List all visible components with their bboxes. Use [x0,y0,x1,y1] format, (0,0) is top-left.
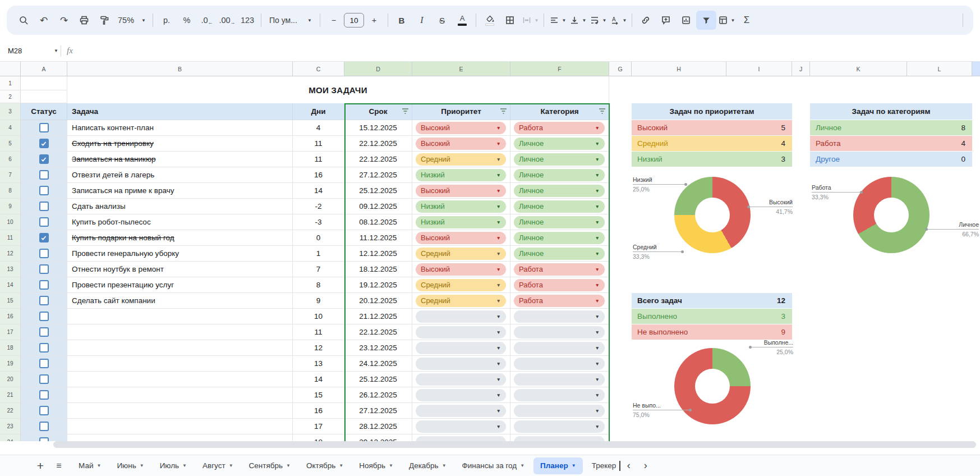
cell-task[interactable]: Провести презентацию услуг [67,277,293,293]
priority-dropdown[interactable]: ▼ [416,389,506,401]
cell-due[interactable]: 20.12.2025 [344,293,412,309]
text-rotation-button[interactable]: A ▼ [608,11,628,30]
cell-days[interactable]: 11 [293,324,344,340]
header-due[interactable]: Срок [344,103,412,120]
cell-due[interactable]: 23.12.2025 [344,340,412,356]
priority-dropdown[interactable]: Низкий▼ [416,200,506,213]
cell-category[interactable]: ▼ [510,403,609,419]
cell-category[interactable]: ▼ [510,356,609,372]
cell-due[interactable]: 18.12.2025 [344,262,412,277]
row-header-6[interactable]: 6 [0,152,21,167]
header-priority[interactable]: Приоритет [412,103,510,120]
row-header-19[interactable]: 19 [0,356,21,372]
row-header-8[interactable]: 8 [0,183,21,199]
cell-due[interactable]: 08.12.2025 [344,214,412,230]
sheet-tab-Август[interactable]: Август▼ [196,457,240,474]
cell-task[interactable] [67,387,293,403]
filter-icon[interactable] [402,108,409,115]
category-dropdown[interactable]: ▼ [514,420,605,433]
cell-status[interactable] [21,120,67,136]
cell-status[interactable] [21,152,67,167]
header-task[interactable]: Задача [67,103,293,120]
category-dropdown[interactable]: ▼ [514,373,605,386]
tabs-scroll-right[interactable]: › [637,460,654,472]
status-checkbox[interactable] [39,264,49,274]
row-header-16[interactable]: 16 [0,309,21,324]
cell-task[interactable]: Сдать анализы [67,199,293,214]
sheet-tab-Декабрь[interactable]: Декабрь▼ [402,457,453,474]
summary-priorities-title[interactable]: Задач по приоритетам [632,103,792,120]
priority-dropdown[interactable]: Средний▼ [416,153,506,166]
cell-status[interactable] [21,403,67,419]
column-header-D[interactable]: D [344,62,412,76]
row-header-24[interactable]: 24 [0,434,21,441]
category-dropdown[interactable]: Личное▼ [514,185,605,197]
category-dropdown[interactable]: Личное▼ [514,216,605,228]
cell-priority[interactable]: Низкий▼ [412,199,510,214]
priority-dropdown[interactable]: Средний▼ [416,295,506,307]
status-checkbox[interactable] [39,327,49,337]
cell-task[interactable]: Отвезти детей в лагерь [67,167,293,183]
summary-row[interactable]: Низкий3 [632,152,792,167]
cell-priority[interactable]: Средний▼ [412,277,510,293]
cell-days[interactable]: 13 [293,356,344,372]
summary-row[interactable]: Личное8 [810,120,972,136]
cell-category[interactable]: ▼ [510,434,609,441]
font-select[interactable]: По ум...▼ [265,11,316,30]
cell-due[interactable]: 26.12.2025 [344,387,412,403]
strikethrough-button[interactable]: S [432,11,452,30]
column-header-M[interactable] [972,62,980,76]
cell-priority[interactable]: ▼ [412,403,510,419]
cell-days[interactable]: -2 [293,199,344,214]
cell-status[interactable] [21,309,67,324]
category-donut-chart[interactable] [853,177,930,253]
row-header-15[interactable]: 15 [0,293,21,309]
cell-category[interactable]: ▼ [510,419,609,434]
column-header-J[interactable]: J [792,62,810,76]
priority-dropdown[interactable]: ▼ [416,373,506,386]
status-checkbox[interactable] [39,249,49,258]
column-header-L[interactable]: L [907,62,972,76]
cell-task[interactable]: Записаться на приме к врачу [67,183,293,199]
insert-chart-button[interactable] [676,11,696,30]
cell-status[interactable] [21,230,67,246]
cell-priority[interactable]: Высокий▼ [412,136,510,152]
increase-decimal-button[interactable]: .00→ [217,11,237,30]
cell-days[interactable]: 16 [293,167,344,183]
category-dropdown[interactable]: ▼ [514,405,605,417]
cell-category[interactable]: Личное▼ [510,246,609,262]
category-dropdown[interactable]: Личное▼ [514,153,605,166]
cell-task[interactable]: Купить подарки на новый год [67,230,293,246]
row-header-20[interactable]: 20 [0,372,21,387]
priority-dropdown[interactable]: ▼ [416,405,506,417]
cell-due[interactable]: 21.12.2025 [344,309,412,324]
cell-priority[interactable]: ▼ [412,309,510,324]
text-color-button[interactable]: A [452,11,472,30]
cell-task[interactable] [67,309,293,324]
priority-dropdown[interactable]: ▼ [416,310,506,323]
summary-row[interactable]: Не выполнено9 [632,324,792,340]
cell-category[interactable]: Личное▼ [510,183,609,199]
paint-format-button[interactable] [94,11,114,30]
status-checkbox[interactable] [39,170,49,180]
italic-button[interactable]: I [412,11,432,30]
priority-dropdown[interactable]: Высокий▼ [416,185,506,197]
cell-status[interactable] [21,246,67,262]
cell-category[interactable]: Личное▼ [510,230,609,246]
category-dropdown[interactable]: Работа▼ [514,122,605,134]
redo-button[interactable]: ↷ [54,11,74,30]
borders-button[interactable] [500,11,520,30]
cell-task[interactable]: Провести генеральную уборку [67,246,293,262]
priority-dropdown[interactable]: Высокий▼ [416,263,506,276]
text-wrap-button[interactable]: ▼ [588,11,608,30]
category-dropdown[interactable]: ▼ [514,436,605,442]
cell-task[interactable]: Записаться на маникюр [67,152,293,167]
cell-priority[interactable]: Средний▼ [412,246,510,262]
row-header-17[interactable]: 17 [0,324,21,340]
cell-task[interactable] [67,356,293,372]
column-header-K[interactable]: K [810,62,907,76]
number-format-button[interactable]: 123 [237,11,257,30]
percent-format-button[interactable]: % [177,11,197,30]
cell-days[interactable]: 15 [293,387,344,403]
merge-cells-button[interactable]: ▼ [520,11,540,30]
